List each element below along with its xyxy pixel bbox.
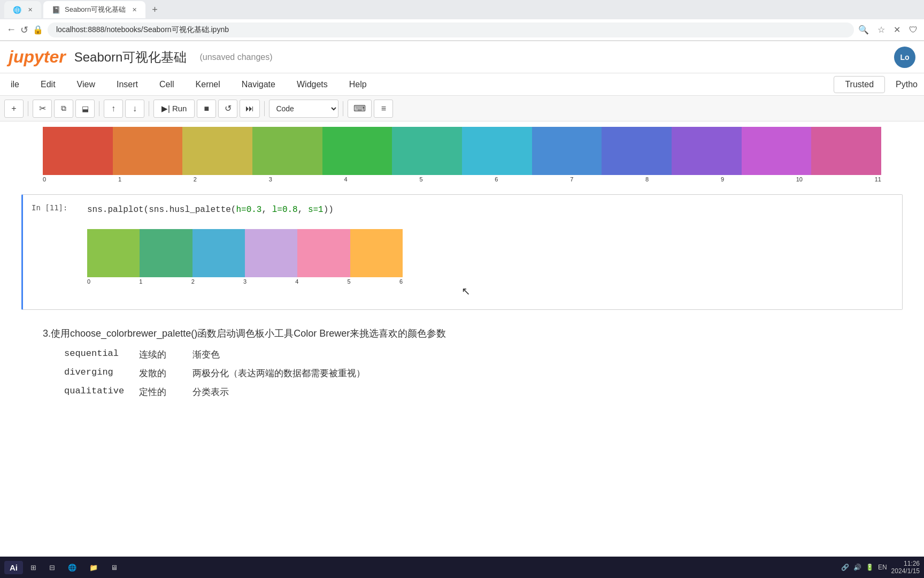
color-swatch	[140, 229, 192, 277]
cell-11-output: 0 1 2 3 4 5 6 ↖	[23, 225, 902, 309]
menu-help[interactable]: Help	[338, 77, 378, 93]
taskbar-browser[interactable]: 🌐	[63, 561, 82, 574]
tab-active[interactable]: 📓 Seaborn可视化基础 ✕	[43, 1, 145, 18]
color-swatch	[87, 229, 140, 277]
output-color-bar-container: 0 1 2 3 4 5 6	[87, 229, 894, 285]
clock: 11:26 2024/1/15	[891, 560, 920, 575]
label-diverging: 发散的	[139, 367, 182, 379]
taskbar-files[interactable]: 📁	[84, 561, 103, 574]
key-diverging: diverging	[64, 367, 128, 379]
tab-inactive[interactable]: 🌐 ✕	[4, 1, 41, 18]
label-sequential: 连续的	[139, 348, 182, 361]
trusted-button[interactable]: Trusted	[834, 76, 885, 93]
close-icon[interactable]: ✕	[894, 25, 900, 35]
menu-widgets[interactable]: Widgets	[286, 77, 338, 93]
info-row-qualitative: qualitative 定性的 分类表示	[64, 386, 881, 398]
cut-button[interactable]: ✂	[33, 100, 52, 118]
copy-button[interactable]: ⧉	[54, 100, 73, 118]
add-cell-button[interactable]: +	[4, 100, 24, 118]
top-output-area: 0 1 2 3 4 5 6 7 8 9 10 11	[43, 121, 881, 188]
tab-close-inactive[interactable]: ✕	[28, 6, 33, 13]
color-swatch	[462, 127, 532, 175]
color-swatch	[602, 127, 672, 175]
cell-11: In [11]: sns.palplot(sns.husl_palette(h=…	[21, 194, 903, 310]
info-row-sequential: sequential 连续的 渐变色	[64, 348, 881, 361]
jupyter-logo-text: jupyter	[9, 47, 66, 67]
bookmark-icon[interactable]: ☆	[877, 25, 885, 35]
taskbar-task-view[interactable]: ⊟	[44, 561, 60, 574]
key-sequential: sequential	[64, 348, 128, 361]
cell-toolbar-button[interactable]: ≡	[374, 100, 393, 118]
tab-favicon-active: 📓	[52, 6, 60, 14]
back-icon[interactable]: ←	[6, 24, 16, 35]
taskbar-windows[interactable]: ⊞	[25, 561, 42, 574]
address-bar: ← ↺ 🔒 🔍 ☆ ✕ 🛡	[0, 19, 924, 41]
top-axis-ticks: 0 1 2 3 4 5 6 7 8 9 10 11	[43, 175, 881, 182]
move-down-button[interactable]: ↓	[125, 100, 144, 118]
menu-edit[interactable]: Edit	[30, 77, 66, 93]
unsaved-indicator: (unsaved changes)	[199, 52, 272, 62]
taskbar-right: 🔗 🔊 🔋 EN 11:26 2024/1/15	[841, 560, 920, 575]
color-swatch	[182, 127, 252, 175]
text-section: 3.使用choose_colorbrewer_palette()函数启动调色板小…	[0, 316, 924, 415]
desc-qualitative: 分类表示	[192, 386, 229, 398]
key-qualitative: qualitative	[64, 386, 128, 398]
cell-11-code[interactable]: sns.palplot(sns.husl_palette(h=0.3, l=0.…	[87, 199, 902, 220]
tab-favicon: 🌐	[13, 6, 21, 14]
move-up-button[interactable]: ↑	[104, 100, 123, 118]
tab-bar: 🌐 ✕ 📓 Seaborn可视化基础 ✕ +	[0, 0, 924, 19]
info-list: sequential 连续的 渐变色 diverging 发散的 两极分化（表达…	[64, 348, 881, 398]
color-swatch	[350, 229, 403, 277]
separator-4	[264, 101, 265, 116]
restart-run-button[interactable]: ⏭	[240, 100, 260, 118]
label-qualitative: 定性的	[139, 386, 182, 398]
battery-icon: 🔋	[866, 564, 874, 571]
menu-cell[interactable]: Cell	[149, 77, 185, 93]
time: 11:26	[891, 560, 920, 567]
system-icons: 🔗 🔊 🔋 EN	[841, 564, 887, 571]
shield-icon[interactable]: 🛡	[909, 25, 918, 35]
color-swatch	[113, 127, 183, 175]
desc-sequential: 渐变色	[192, 348, 220, 361]
taskbar-terminal[interactable]: 🖥	[105, 561, 123, 574]
tab-close-active[interactable]: ✕	[132, 6, 137, 13]
info-row-diverging: diverging 发散的 两极分化（表达两端的数据都需要被重视）	[64, 367, 881, 379]
menu-navigate[interactable]: Navigate	[231, 77, 286, 93]
tab-label-active: Seaborn可视化基础	[65, 5, 126, 14]
menu-file[interactable]: ile	[0, 77, 30, 93]
cursor-area: ↖	[87, 285, 894, 301]
date: 2024/1/15	[891, 567, 920, 575]
color-swatch	[245, 229, 297, 277]
jupyter-header: jupyter Seaborn可视化基础 (unsaved changes) L…	[0, 41, 924, 73]
paste-button[interactable]: ⬓	[75, 100, 95, 118]
search-icon[interactable]: 🔍	[858, 25, 869, 35]
color-swatch	[43, 127, 113, 175]
taskbar-ai-button[interactable]: Ai	[4, 561, 23, 574]
address-input[interactable]	[48, 22, 854, 37]
notebook-title[interactable]: Seaborn可视化基础	[74, 49, 187, 66]
top-color-bar	[43, 127, 881, 175]
color-swatch	[532, 127, 602, 175]
stop-button[interactable]: ■	[197, 100, 216, 118]
separator-1	[28, 101, 28, 116]
new-tab-button[interactable]: +	[148, 2, 162, 18]
python-logo: Lo	[894, 47, 915, 68]
language-indicator[interactable]: EN	[878, 564, 887, 571]
color-swatch	[322, 127, 392, 175]
color-swatch	[252, 127, 322, 175]
menu-insert[interactable]: Insert	[106, 77, 149, 93]
browser-chrome: 🌐 ✕ 📓 Seaborn可视化基础 ✕ + ← ↺ 🔒 🔍 ☆ ✕ 🛡	[0, 0, 924, 41]
taskbar: Ai ⊞ ⊟ 🌐 📁 🖥 🔗 🔊 🔋 EN 11:26 2024/1/15	[0, 557, 924, 578]
menu-kernel[interactable]: Kernel	[185, 77, 231, 93]
output-axis-ticks: 0 1 2 3 4 5 6	[87, 277, 403, 285]
restart-button[interactable]: ↺	[218, 100, 237, 118]
security-icon: 🔒	[33, 25, 43, 35]
reload-icon[interactable]: ↺	[20, 24, 28, 36]
cell-type-select[interactable]: Code Markdown Raw NBConvert	[269, 100, 338, 118]
run-button[interactable]: ▶| Run	[153, 100, 195, 118]
menu-view[interactable]: View	[66, 77, 106, 93]
separator-3	[149, 101, 149, 116]
desc-diverging: 两极分化（表达两端的数据都需要被重视）	[192, 367, 365, 379]
keyboard-shortcuts-button[interactable]: ⌨	[348, 100, 372, 118]
menu-bar: ile Edit View Insert Cell Kernel Navigat…	[0, 73, 924, 96]
